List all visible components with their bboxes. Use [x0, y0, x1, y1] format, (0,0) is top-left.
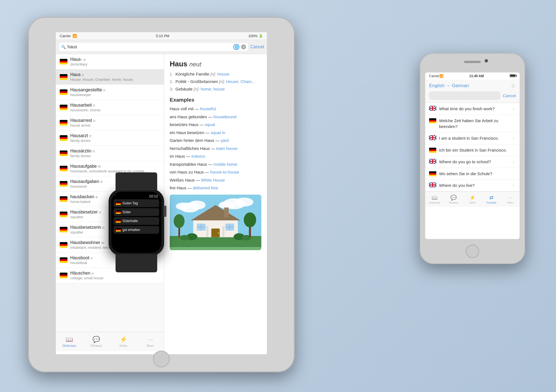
- watch-item-text-2: Güter: [122, 210, 131, 214]
- iphone-tab-translate[interactable]: ⇄ Translate: [482, 195, 501, 204]
- house-image: [170, 195, 261, 250]
- svg-point-5: [235, 197, 254, 206]
- de-flag: [60, 257, 67, 263]
- example-1: Haus voll mit — houseful: [170, 106, 261, 112]
- phrase-star-5[interactable]: ☆: [511, 159, 516, 165]
- dict-item-haus[interactable]: Haus n House; House; Chamber; home; hous…: [56, 69, 164, 85]
- phrase-star-1[interactable]: ☆: [511, 106, 516, 112]
- watch-item-text-1: Guten Tag: [122, 201, 138, 205]
- watch-status-bar: ‹ 10:12: [111, 192, 161, 199]
- iphone-verbs-label: Verbs: [469, 201, 475, 204]
- dict-item-hausaerztin[interactable]: Hausärztin n family doctor: [56, 146, 164, 161]
- search-input[interactable]: [67, 44, 232, 49]
- svg-rect-19: [206, 226, 208, 237]
- iphone-speaker: [464, 61, 481, 63]
- favorite-star-icon[interactable]: ☆: [511, 82, 516, 89]
- phrase-text-6: Wo sehen Sie in die Schule?: [439, 171, 516, 177]
- def-entry-2: 2. Politik - Großbritannien [n]: House; …: [170, 79, 261, 84]
- phrase-item-5: Where do you go to school? ☆: [425, 156, 520, 168]
- iphone-bottom-tabs: 📖 Dictionary 💬 Phrases ⚡ Verbs ⇄ Transla…: [425, 192, 520, 207]
- iphone-tab-dictionary[interactable]: 📖 Dictionary: [425, 195, 444, 204]
- ipad-definition-panel: Haus neut 1. Königliche Familie [n]: Hou…: [164, 54, 267, 351]
- phrases-tab-icon: 💬: [92, 336, 100, 343]
- clear-icon[interactable]: ✕: [241, 44, 246, 49]
- watch-item-4[interactable]: gut erhalten: [114, 226, 159, 234]
- watch-item-1[interactable]: Guten Tag: [114, 199, 159, 207]
- ipad-home-button[interactable]: [153, 351, 170, 367]
- more-tab-label: More: [147, 344, 154, 347]
- ipad-search-bar: 🔍 🌐 ✕ Cancel: [56, 40, 267, 54]
- phrase-item-6: Wo sehen Sie in die Schule?: [425, 168, 520, 180]
- dict-item-haus-prefix[interactable]: Haus- a domiciliary: [56, 54, 164, 69]
- dict-item-hausarrest[interactable]: Hausarrest n house arrest: [56, 115, 164, 130]
- de-flag: [60, 181, 67, 187]
- search-input-wrap[interactable]: 🔍 🌐 ✕: [59, 42, 249, 52]
- iphone-home-button[interactable]: [466, 245, 479, 258]
- dict-item-hausarzt[interactable]: Hausarzt n family doctor: [56, 130, 164, 146]
- de-flag: [60, 273, 67, 278]
- def-title: Haus neut: [170, 60, 261, 68]
- watch-crown[interactable]: [164, 206, 166, 217]
- phrase-item-1: What time do you finish work? ☆: [425, 103, 520, 115]
- uk-flag: [429, 106, 436, 111]
- tab-more[interactable]: ··· More: [137, 336, 164, 347]
- iphone-carrier: Carrier: [429, 74, 439, 78]
- iphone-lang-row: English → German ☆: [429, 82, 516, 89]
- search-icon: 🔍: [61, 45, 66, 49]
- phrase-star-3[interactable]: ☆: [511, 135, 516, 141]
- watch-time: 10:12: [149, 194, 158, 198]
- svg-rect-20: [222, 226, 224, 237]
- de-flag: [60, 120, 67, 125]
- example-5: Garten hinter dem Haus — yard: [170, 137, 261, 144]
- iphone-phrases-label: Phrases: [449, 201, 458, 204]
- de-flag: [60, 135, 67, 141]
- iphone-search-input[interactable]: [429, 91, 500, 100]
- uk-flag: [429, 182, 436, 187]
- tab-phrases[interactable]: 💬 Phrases: [83, 336, 110, 347]
- phrase-text-3: I am a student in San Francisco.: [439, 135, 509, 141]
- tab-verbs[interactable]: ⚡ Verbs: [110, 336, 137, 347]
- def-entry-1: 1. Königliche Familie [n]: House: [170, 71, 261, 77]
- iphone-dictionary-icon: 📖: [432, 195, 438, 201]
- watch-item-2[interactable]: Güter: [114, 208, 159, 216]
- svg-rect-10: [224, 207, 229, 217]
- tab-dictionary[interactable]: 📖 Dictionary: [56, 336, 83, 347]
- phrase-text-5: Where do you go to school?: [439, 159, 509, 165]
- de-flag: [429, 148, 436, 153]
- iphone-battery: [510, 74, 516, 78]
- example-9: von Haus zu Haus — house-to-house: [170, 169, 261, 175]
- phrase-item-7: Where do you live? ☆: [425, 180, 520, 192]
- iphone-tab-more[interactable]: ··· More: [501, 195, 520, 204]
- watch-item-3[interactable]: Güterhalle: [114, 217, 159, 225]
- iphone-lang-title[interactable]: English → German: [429, 83, 469, 89]
- de-flag: [60, 166, 67, 171]
- dictionary-tab-icon: 📖: [66, 336, 73, 343]
- globe-icon[interactable]: 🌐: [233, 44, 239, 50]
- dict-item-hausarbeit[interactable]: Hausarbeit n housework; chores: [56, 100, 164, 115]
- svg-point-24: [180, 235, 189, 240]
- iphone-phrases-icon: 💬: [450, 195, 457, 201]
- iphone-tab-verbs[interactable]: ⚡ Verbs: [463, 195, 482, 204]
- search-cancel-button[interactable]: Cancel: [250, 44, 264, 49]
- dict-item-hausangestellte[interactable]: Hausangestellte n housekeeper: [56, 85, 164, 100]
- iphone-tab-phrases[interactable]: 💬 Phrases: [444, 195, 463, 204]
- watch-list: Guten Tag Güter Güterhalle gut erhalten: [111, 199, 161, 234]
- uk-flag: [429, 159, 436, 164]
- de-flag: [60, 59, 67, 64]
- watch-screen: ‹ 10:12 Guten Tag Güter Güterhalle: [111, 192, 161, 253]
- iphone-dictionary-label: Dictionary: [429, 201, 440, 204]
- phrase-star-7[interactable]: ☆: [511, 182, 516, 189]
- iphone-cancel-button[interactable]: Cancel: [503, 93, 516, 98]
- ipad-status-bar: Carrier 📶 5:10 PM 100% 🔋: [56, 32, 267, 40]
- iphone-more-label: More: [507, 201, 513, 204]
- watch-item-text-4: gut erhalten: [122, 228, 140, 232]
- de-flag: [60, 150, 67, 156]
- example-3: besetztes Haus — squat: [170, 122, 261, 128]
- example-7: im Haus — indoors: [170, 153, 261, 160]
- watch-de-flag-3: [116, 219, 121, 223]
- phrase-text-1: What time do you finish work?: [439, 106, 509, 112]
- iphone-wifi: 📶: [439, 74, 444, 78]
- example-11: frei Haus — delivered free: [170, 185, 261, 191]
- iphone-time: 11:40 AM: [444, 74, 510, 78]
- svg-point-28: [174, 214, 184, 228]
